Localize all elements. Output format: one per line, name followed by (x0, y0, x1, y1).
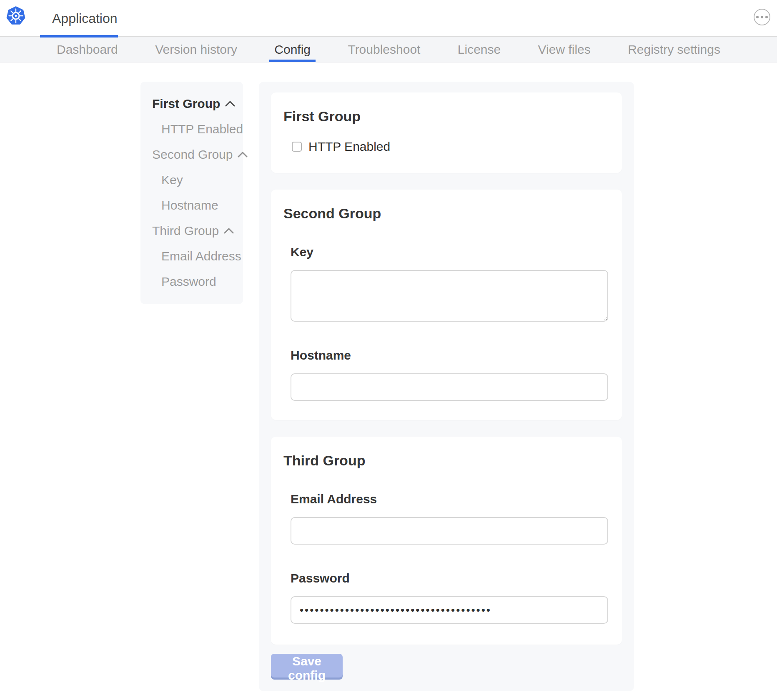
sidenav-item-key[interactable]: Key (140, 167, 243, 192)
sidenav-item-hostname[interactable]: Hostname (140, 192, 243, 218)
sidenav-item-http-enabled[interactable]: HTTP Enabled (140, 116, 243, 142)
kubernetes-logo-icon (6, 6, 26, 26)
config-group-first: First Group HTTP Enabled (271, 92, 622, 173)
app-header: Application (0, 0, 777, 37)
config-panel: First Group HTTP Enabled Second Group Ke… (259, 82, 634, 691)
overflow-menu-button[interactable] (754, 9, 770, 25)
password-field: Password (291, 571, 608, 624)
ellipsis-icon (756, 16, 759, 18)
tab-registry-settings[interactable]: Registry settings (623, 37, 725, 62)
app-tabbar: Dashboard Version history Config Trouble… (0, 37, 777, 62)
group-title: Third Group (271, 437, 622, 469)
ellipsis-icon (761, 16, 763, 18)
sidenav-label: First Group (152, 97, 220, 111)
sidenav-label: Password (161, 275, 216, 289)
email-address-field: Email Address (291, 492, 608, 545)
chevron-up-icon (225, 101, 235, 107)
tab-config[interactable]: Config (269, 37, 316, 62)
sidenav-label: Hostname (161, 198, 218, 212)
email-address-label: Email Address (291, 492, 608, 506)
group-title: First Group (271, 92, 622, 125)
tab-view-files[interactable]: View files (533, 37, 596, 62)
sidenav-label: Email Address (161, 249, 241, 263)
ellipsis-icon (765, 16, 768, 18)
sidenav-item-password[interactable]: Password (140, 269, 243, 294)
sidenav-label: Third Group (152, 224, 219, 238)
key-field: Key (291, 245, 608, 322)
application-tab[interactable]: Application (40, 0, 118, 37)
sidenav-label: Second Group (152, 148, 233, 162)
sidenav-group-third-group[interactable]: Third Group (140, 218, 243, 243)
config-sidenav: First Group HTTP Enabled Second Group Ke… (140, 82, 243, 304)
sidenav-group-second-group[interactable]: Second Group (140, 142, 243, 167)
group-title: Second Group (271, 190, 622, 222)
hostname-input[interactable] (291, 373, 608, 401)
sidenav-group-first-group[interactable]: First Group (140, 91, 243, 116)
email-address-input[interactable] (291, 517, 608, 545)
http-enabled-label[interactable]: HTTP Enabled (308, 140, 390, 154)
sidenav-label: Key (161, 173, 183, 187)
tab-license[interactable]: License (453, 37, 506, 62)
http-enabled-checkbox[interactable] (292, 142, 302, 152)
key-label: Key (291, 245, 608, 259)
tab-dashboard[interactable]: Dashboard (52, 37, 123, 62)
config-page: First Group HTTP Enabled Second Group Ke… (0, 62, 777, 691)
chevron-up-icon (224, 228, 234, 234)
chevron-up-icon (238, 152, 248, 158)
key-textarea[interactable] (291, 270, 608, 322)
hostname-label: Hostname (291, 348, 608, 362)
hostname-field: Hostname (291, 348, 608, 401)
sidenav-label: HTTP Enabled (161, 122, 243, 136)
password-label: Password (291, 571, 608, 585)
sidenav-item-email-address[interactable]: Email Address (140, 243, 243, 269)
tab-version-history[interactable]: Version history (150, 37, 242, 62)
password-input[interactable] (291, 596, 608, 624)
config-group-third: Third Group Email Address Password (271, 437, 622, 645)
config-group-second: Second Group Key Hostname (271, 190, 622, 420)
save-config-button[interactable]: Save config (271, 654, 343, 678)
http-enabled-row: HTTP Enabled (292, 140, 622, 173)
tab-troubleshoot[interactable]: Troubleshoot (343, 37, 425, 62)
